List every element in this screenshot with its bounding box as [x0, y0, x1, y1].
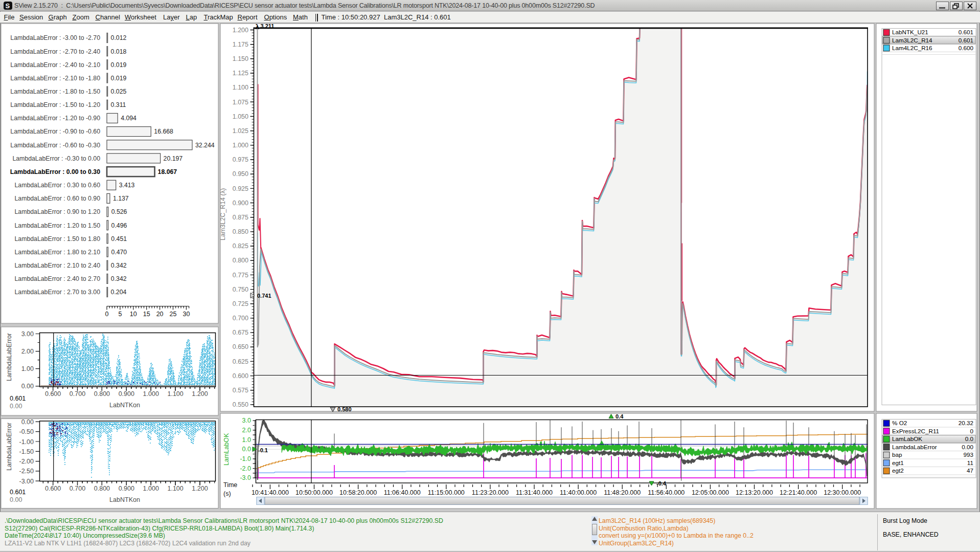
svg-text:32.244: 32.244 [195, 142, 215, 149]
svg-text:-0.1: -0.1 [258, 447, 268, 453]
svg-text:0.875: 0.875 [233, 214, 248, 221]
svg-text:LambdaLabError : 0.30 to 0.60: LambdaLabError : 0.30 to 0.60 [15, 182, 101, 189]
svg-text:0.800: 0.800 [94, 390, 110, 398]
svg-text:0.700: 0.700 [70, 390, 85, 398]
svg-text:0.575: 0.575 [233, 387, 248, 394]
svg-text:1.00: 1.00 [21, 365, 34, 372]
svg-text:0.601: 0.601 [10, 395, 26, 402]
svg-text:0.00: 0.00 [10, 496, 22, 503]
svg-text:ExPressL2C_R11: ExPressL2C_R11 [892, 428, 939, 434]
svg-text:LamLabOK: LamLabOK [892, 435, 922, 442]
svg-text:3.0: 3.0 [242, 417, 251, 424]
svg-text:12:21:40.000: 12:21:40.000 [780, 489, 817, 496]
svg-text:0.019: 0.019 [111, 75, 127, 82]
svg-text:1.100: 1.100 [167, 390, 183, 398]
svg-text:0.600: 0.600 [45, 485, 61, 492]
svg-text:0.601: 0.601 [959, 29, 973, 35]
svg-text:0.650: 0.650 [233, 343, 248, 350]
svg-text:-1.00: -1.00 [19, 438, 34, 446]
svg-text:1.200: 1.200 [233, 27, 248, 34]
svg-text:LambdaLabError : -0.30 to 0.00: LambdaLabError : -0.30 to 0.00 [12, 155, 100, 162]
svg-text:0.925: 0.925 [233, 185, 248, 192]
svg-text:1.125: 1.125 [233, 70, 248, 77]
svg-text:0.00: 0.00 [10, 403, 22, 410]
svg-text:5: 5 [118, 311, 122, 318]
svg-text:20.32: 20.32 [959, 419, 973, 426]
svg-text:1.150: 1.150 [233, 55, 248, 62]
svg-text:LambdaLabError: LambdaLabError [6, 423, 13, 471]
svg-text:LambdaLabError : -0.60 to -0.3: LambdaLabError : -0.60 to -0.30 [10, 142, 100, 149]
svg-text:0.900: 0.900 [119, 390, 134, 398]
svg-text:0.526: 0.526 [111, 208, 127, 215]
svg-text:LambdaLabError: LambdaLabError [6, 333, 13, 381]
svg-text:0.700: 0.700 [233, 315, 248, 322]
svg-text:0.496: 0.496 [111, 222, 127, 229]
svg-text:0.342: 0.342 [111, 275, 127, 282]
svg-text:LambdaLabError : 2.10 to 2.40: LambdaLabError : 2.10 to 2.40 [15, 262, 101, 269]
svg-text:1.200: 1.200 [192, 390, 208, 398]
svg-text:12:30:00.000: 12:30:00.000 [824, 489, 861, 496]
svg-text:0.311: 0.311 [111, 101, 126, 108]
svg-text:0.600: 0.600 [959, 45, 974, 51]
svg-text:0.600: 0.600 [233, 372, 248, 380]
svg-text:LambdaLabError : 0.90 to 1.20: LambdaLabError : 0.90 to 1.20 [15, 208, 101, 215]
svg-text:0.00: 0.00 [21, 383, 34, 390]
svg-text:LabNTKon: LabNTKon [109, 496, 140, 503]
svg-text:1.175: 1.175 [233, 41, 248, 48]
svg-text:egt2: egt2 [892, 467, 904, 474]
svg-text:12:13:20.000: 12:13:20.000 [736, 489, 773, 496]
svg-text:47: 47 [967, 467, 973, 474]
svg-text:LambdaLabError : -1.80 to -1.5: LambdaLabError : -1.80 to -1.50 [10, 88, 100, 95]
svg-text:0.0: 0.0 [965, 435, 974, 442]
svg-text:0.800: 0.800 [233, 257, 248, 264]
svg-text:-0.50: -0.50 [19, 428, 34, 435]
svg-text:% O2: % O2 [892, 419, 907, 426]
svg-text:0.750: 0.750 [233, 286, 248, 293]
svg-text:0.00: 0.00 [962, 444, 973, 450]
svg-text:1.137: 1.137 [113, 195, 129, 202]
svg-text:0.4: 0.4 [616, 413, 624, 419]
svg-text:1.000: 1.000 [233, 142, 248, 149]
svg-text:3.00: 3.00 [21, 330, 34, 338]
svg-text:bap: bap [892, 451, 902, 458]
svg-text:1.025: 1.025 [233, 127, 248, 135]
svg-text:(s): (s) [223, 490, 231, 497]
svg-text:0.451: 0.451 [111, 235, 127, 242]
svg-text:0.741: 0.741 [257, 293, 271, 299]
svg-text:3.211: 3.211 [261, 23, 275, 29]
svg-text:LambdaLabError : 2.40 to 2.70: LambdaLabError : 2.40 to 2.70 [15, 275, 101, 282]
svg-text:LambdaLabError : -3.00 to -2.7: LambdaLabError : -3.00 to -2.70 [10, 34, 100, 41]
svg-text:LambdaLabError : 1.80 to 2.10: LambdaLabError : 1.80 to 2.10 [15, 249, 101, 256]
svg-text:λ: λ [256, 23, 260, 31]
svg-text:LambdaLabError : 2.70 to 3.00: LambdaLabError : 2.70 to 3.00 [15, 289, 101, 296]
svg-text:30: 30 [183, 311, 190, 318]
svg-text:-0.4: -0.4 [656, 480, 667, 487]
svg-text:LambdaLabError : 1.20 to 1.50: LambdaLabError : 1.20 to 1.50 [15, 222, 101, 229]
svg-text:0.825: 0.825 [233, 242, 248, 250]
svg-text:20: 20 [156, 311, 164, 318]
svg-text:-3.0: -3.0 [240, 474, 251, 481]
svg-text:1.000: 1.000 [143, 390, 159, 398]
svg-text:Time: Time [223, 481, 237, 489]
svg-text:1.100: 1.100 [233, 84, 248, 91]
svg-text:993: 993 [963, 451, 973, 458]
svg-text:1.050: 1.050 [233, 113, 248, 120]
svg-text:1.075: 1.075 [233, 99, 248, 106]
svg-text:0.580: 0.580 [337, 406, 352, 412]
svg-text:LambdaLabError: LambdaLabError [892, 444, 937, 450]
svg-text:10:58:20.000: 10:58:20.000 [339, 489, 377, 496]
svg-text:2.00: 2.00 [21, 348, 34, 355]
svg-text:11:56:40.000: 11:56:40.000 [648, 489, 685, 496]
svg-text:0.018: 0.018 [111, 48, 127, 55]
svg-text:-2.0: -2.0 [240, 465, 251, 472]
svg-text:0.0: 0.0 [242, 446, 251, 453]
svg-text:Lam4L2C_R16: Lam4L2C_R16 [892, 45, 932, 51]
svg-text:LambdaLabError : -0.90 to -0.6: LambdaLabError : -0.90 to -0.60 [10, 128, 100, 135]
svg-text:0: 0 [970, 428, 973, 434]
svg-text:0.800: 0.800 [94, 485, 110, 492]
svg-text:-2.50: -2.50 [19, 468, 34, 475]
svg-text:LambdaLabError : -1.50 to -1.2: LambdaLabError : -1.50 to -1.20 [10, 101, 100, 108]
svg-text:20.197: 20.197 [164, 155, 183, 162]
svg-text:11:15:00.000: 11:15:00.000 [428, 489, 465, 496]
svg-text:18.067: 18.067 [158, 168, 177, 175]
